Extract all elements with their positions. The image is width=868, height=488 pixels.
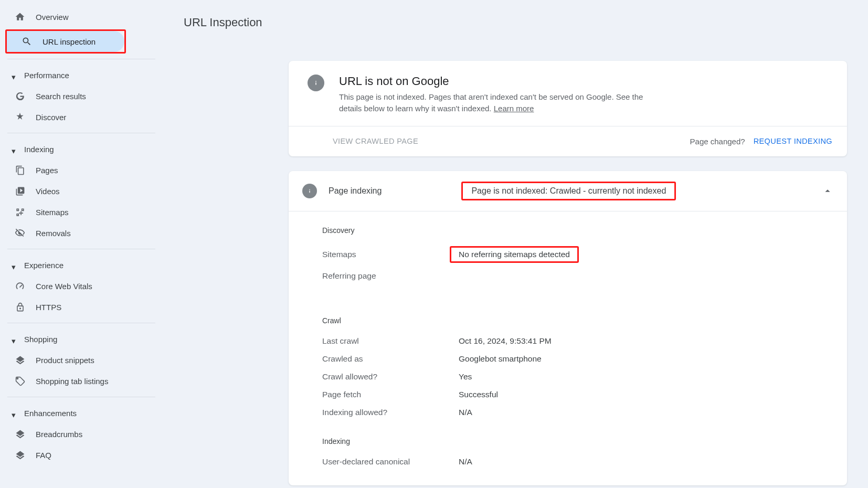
sidebar-item-label: Shopping tab listings (36, 377, 108, 386)
sidebar-item-label: FAQ (36, 451, 51, 460)
kv-value: N/A (459, 457, 472, 466)
sidebar-section-label: Indexing (24, 145, 54, 154)
sidebar-section-shopping[interactable]: ▾ Shopping (0, 328, 163, 349)
status-description: This page is not indexed. Pages that are… (339, 91, 654, 114)
divider (7, 323, 155, 323)
chevron-down-icon: ▾ (12, 146, 17, 152)
kv-key: Crawled as (322, 354, 459, 364)
page-title: URL Inspection (184, 16, 847, 29)
pages-icon (15, 165, 25, 175)
sidebar-item-label: HTTPS (36, 303, 61, 312)
sitemap-icon (15, 207, 25, 217)
divider (7, 397, 155, 397)
sidebar-item-label: Pages (36, 166, 58, 175)
page-changed-label: Page changed? (690, 137, 745, 146)
sidebar-item-label: Product snippets (36, 356, 94, 365)
sidebar-item-url-inspection[interactable]: URL inspection (7, 31, 124, 52)
sidebar-item-label: Removals (36, 229, 71, 238)
kv-key: Last crawl (322, 336, 459, 346)
sidebar-item-label: Search results (36, 92, 86, 101)
status-heading: URL is not on Google (339, 75, 654, 88)
sidebar-item-discover[interactable]: Discover (0, 107, 136, 128)
layers-icon (15, 355, 25, 365)
sidebar-item-shopping-tab[interactable]: Shopping tab listings (0, 370, 136, 391)
home-icon (15, 12, 25, 22)
sidebar-item-https[interactable]: HTTPS (0, 296, 136, 317)
crawl-section-label: Crawl (322, 316, 832, 325)
kv-row: Crawled as Googlebot smartphone (322, 350, 832, 368)
kv-row: User-declared canonical N/A (322, 453, 832, 471)
page-indexing-title: Page indexing (329, 186, 382, 196)
sidebar-item-label: URL inspection (43, 37, 96, 46)
sidebar-item-search-results[interactable]: Search results (0, 86, 136, 107)
sidebar-item-pages[interactable]: Pages (0, 160, 136, 181)
sidebar-section-experience[interactable]: ▾ Experience (0, 254, 163, 275)
chevron-down-icon: ▾ (12, 336, 17, 342)
url-status-card: URL is not on Google This page is not in… (289, 61, 847, 156)
tag-icon (15, 376, 25, 386)
kv-row: Last crawl Oct 16, 2024, 9:53:41 PM (322, 332, 832, 350)
chevron-down-icon: ▾ (12, 72, 17, 78)
kv-row-referring: Referring page (322, 267, 832, 285)
kv-key: User-declared canonical (322, 457, 459, 466)
kv-key: Referring page (322, 271, 459, 281)
sidebar-section-label: Shopping (24, 335, 57, 344)
chevron-down-icon: ▾ (12, 410, 17, 416)
sidebar-section-label: Enhancements (24, 409, 77, 418)
sidebar-item-product-snippets[interactable]: Product snippets (0, 349, 136, 370)
request-indexing-button[interactable]: REQUEST INDEXING (754, 137, 832, 145)
divider (7, 59, 155, 59)
google-icon (15, 91, 25, 101)
indexing-section-label: Indexing (322, 437, 832, 445)
sidebar-item-videos[interactable]: Videos (0, 181, 136, 201)
sidebar-item-label: Videos (36, 187, 60, 196)
sidebar-item-label: Sitemaps (36, 208, 69, 217)
info-icon (302, 184, 317, 198)
discover-icon (15, 112, 25, 122)
sidebar-item-removals[interactable]: Removals (0, 222, 136, 243)
indexing-status-badge: Page is not indexed: Crawled - currently… (461, 182, 676, 200)
page-indexing-card: Page indexing Page is not indexed: Crawl… (289, 171, 847, 485)
kv-key: Indexing allowed? (322, 408, 459, 417)
kv-key: Sitemaps (322, 250, 459, 259)
chevron-down-icon: ▾ (12, 262, 17, 268)
sidebar-section-label: Performance (24, 71, 69, 80)
sidebar-item-sitemaps[interactable]: Sitemaps (0, 201, 136, 222)
sidebar-section-performance[interactable]: ▾ Performance (0, 65, 163, 86)
view-crawled-page-button[interactable]: VIEW CRAWLED PAGE (333, 137, 418, 145)
sidebar-section-indexing[interactable]: ▾ Indexing (0, 139, 163, 160)
kv-key: Page fetch (322, 390, 459, 399)
search-icon (22, 36, 32, 47)
sidebar-section-enhancements[interactable]: ▾ Enhancements (0, 402, 163, 423)
kv-value: N/A (459, 408, 472, 417)
sidebar-item-label: Core Web Vitals (36, 282, 92, 291)
divider (7, 249, 155, 249)
sidebar-item-label: Breadcrumbs (36, 430, 82, 439)
learn-more-link[interactable]: Learn more (494, 104, 534, 113)
discovery-section-label: Discovery (322, 226, 832, 235)
main-content: URL Inspection URL is not on Google This… (163, 0, 868, 488)
sidebar-item-label: Discover (36, 113, 66, 122)
kv-value: Yes (459, 372, 472, 381)
videos-icon (15, 186, 25, 196)
kv-row-sitemaps: Sitemaps No referring sitemaps detected (322, 242, 832, 267)
kv-value-sitemaps: No referring sitemaps detected (450, 246, 579, 263)
kv-value: Googlebot smartphone (459, 354, 542, 364)
sidebar: Overview URL inspection ▾ Performance Se… (0, 0, 163, 488)
lock-icon (15, 302, 25, 312)
sidebar-item-core-web-vitals[interactable]: Core Web Vitals (0, 275, 136, 296)
kv-row: Crawl allowed? Yes (322, 368, 832, 386)
sidebar-item-faq[interactable]: FAQ (0, 444, 136, 465)
chevron-up-icon (822, 185, 833, 197)
visibility-off-icon (15, 228, 25, 238)
kv-value: Successful (459, 390, 498, 399)
kv-row: Indexing allowed? N/A (322, 404, 832, 421)
kv-value: Oct 16, 2024, 9:53:41 PM (459, 336, 552, 346)
speed-icon (15, 281, 25, 291)
sidebar-item-overview[interactable]: Overview (0, 6, 136, 27)
sidebar-section-label: Experience (24, 261, 63, 270)
layers-icon (15, 450, 25, 460)
page-indexing-header[interactable]: Page indexing Page is not indexed: Crawl… (289, 171, 847, 211)
sidebar-item-breadcrumbs[interactable]: Breadcrumbs (0, 423, 136, 444)
kv-row: Page fetch Successful (322, 386, 832, 404)
